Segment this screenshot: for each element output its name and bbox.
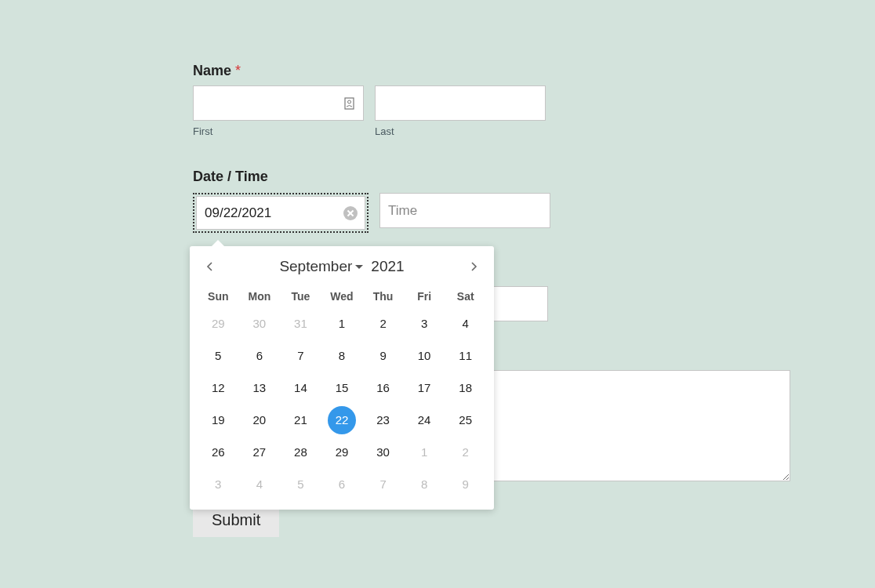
day-header: Sat: [445, 285, 486, 307]
calendar-day[interactable]: 5: [280, 468, 321, 500]
day-header: Mon: [239, 285, 281, 307]
day-header: Sun: [198, 285, 239, 307]
day-header: Tue: [280, 285, 321, 307]
calendar-day[interactable]: 13: [239, 372, 281, 404]
calendar-day[interactable]: 11: [445, 339, 486, 372]
calendar-day[interactable]: 7: [280, 339, 321, 372]
calendar-day[interactable]: 8: [321, 339, 363, 372]
calendar-day[interactable]: 6: [321, 468, 363, 500]
name-label: Name *: [193, 63, 797, 79]
calendar-day[interactable]: 12: [198, 372, 239, 404]
calendar-day[interactable]: 1: [321, 307, 363, 339]
first-name-sublabel: First: [193, 125, 364, 137]
calendar-day[interactable]: 29: [198, 307, 239, 339]
first-name-input[interactable]: [193, 85, 364, 121]
calendar-day[interactable]: 9: [445, 468, 486, 500]
calendar-day[interactable]: 19: [198, 404, 239, 436]
calendar-day[interactable]: 18: [445, 372, 486, 404]
calendar-day[interactable]: 7: [362, 468, 404, 500]
day-header: Fri: [404, 285, 445, 307]
clear-date-icon[interactable]: [343, 206, 358, 220]
calendar-day[interactable]: 5: [198, 339, 239, 372]
day-header: Wed: [321, 285, 363, 307]
date-picker-popup: September 2021 SunMonTueWedThuFriSat 293…: [190, 246, 494, 510]
required-asterisk: *: [235, 63, 241, 78]
calendar-day[interactable]: 21: [280, 404, 321, 436]
day-header: Thu: [362, 285, 404, 307]
calendar-day[interactable]: 15: [321, 372, 363, 404]
calendar-day[interactable]: 29: [321, 436, 363, 468]
calendar-day[interactable]: 27: [239, 436, 281, 468]
calendar-day[interactable]: 1: [404, 436, 445, 468]
month-select[interactable]: September: [279, 258, 363, 275]
calendar-day[interactable]: 2: [362, 307, 404, 339]
last-name-input[interactable]: [375, 85, 546, 121]
calendar-day[interactable]: 4: [445, 307, 486, 339]
calendar-day[interactable]: 22: [321, 404, 363, 436]
chevron-down-icon: [355, 265, 363, 269]
calendar-day[interactable]: 24: [404, 404, 445, 436]
calendar-day[interactable]: 3: [404, 307, 445, 339]
contacts-icon[interactable]: [343, 97, 356, 110]
calendar-day[interactable]: 23: [362, 404, 404, 436]
date-input-wrap: [193, 193, 369, 233]
calendar-day[interactable]: 14: [280, 372, 321, 404]
year-label[interactable]: 2021: [371, 258, 404, 275]
calendar-day[interactable]: 26: [198, 436, 239, 468]
calendar-day[interactable]: 31: [280, 307, 321, 339]
calendar-title: September 2021: [279, 258, 404, 275]
calendar-day[interactable]: 16: [362, 372, 404, 404]
calendar-day[interactable]: 28: [280, 436, 321, 468]
svg-point-1: [348, 100, 351, 103]
calendar-day[interactable]: 30: [239, 307, 281, 339]
time-input[interactable]: [379, 193, 550, 228]
date-input[interactable]: [196, 196, 365, 230]
datetime-label: Date / Time: [193, 169, 797, 185]
calendar-day[interactable]: 17: [404, 372, 445, 404]
month-label: September: [279, 258, 352, 275]
calendar-day[interactable]: 25: [445, 404, 486, 436]
calendar-day[interactable]: 2: [445, 436, 486, 468]
name-label-text: Name: [193, 63, 231, 78]
calendar-day[interactable]: 10: [404, 339, 445, 372]
next-month-button[interactable]: [464, 257, 483, 276]
calendar-day[interactable]: 30: [362, 436, 404, 468]
calendar-day[interactable]: 8: [404, 468, 445, 500]
calendar-day[interactable]: 6: [239, 339, 281, 372]
calendar-day[interactable]: 9: [362, 339, 404, 372]
calendar-day[interactable]: 4: [239, 468, 281, 500]
prev-month-button[interactable]: [201, 257, 220, 276]
last-name-sublabel: Last: [375, 125, 546, 137]
calendar-day[interactable]: 3: [198, 468, 239, 500]
calendar-day[interactable]: 20: [239, 404, 281, 436]
popup-arrow: [212, 240, 224, 246]
